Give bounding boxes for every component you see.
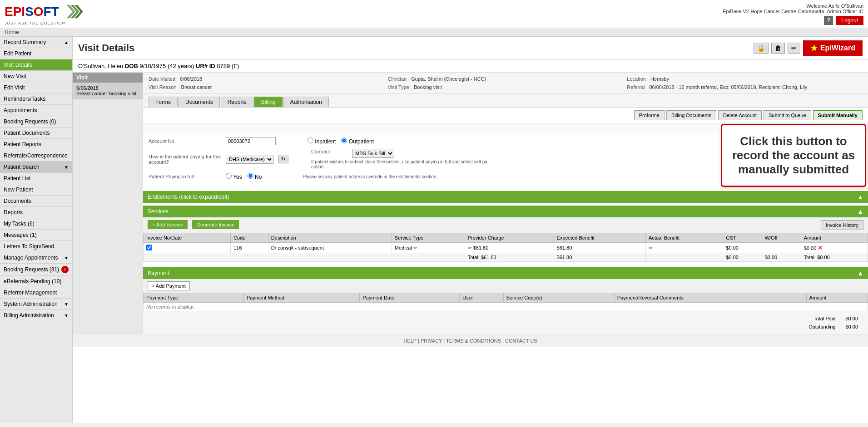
submit-to-queue-button[interactable]: Submit to Queue	[764, 110, 811, 120]
visit-content: Date Visited 6/06/2018 Visit Reason Brea…	[143, 73, 868, 334]
footer: HELP | PRIVACY | TERMS & CONDITIONS | CO…	[73, 334, 868, 347]
sidebar-item-my-tasks[interactable]: My Tasks (6)	[0, 218, 72, 230]
how-paying-select[interactable]: DHS (Medicare)	[226, 155, 273, 164]
account-no-input[interactable]	[226, 137, 276, 145]
terms-link[interactable]: TERMS & CONDITIONS	[446, 338, 501, 344]
submit-manually-button[interactable]: Submit Manually	[813, 110, 863, 120]
billing-documents-button[interactable]: Billing Documents	[666, 110, 716, 120]
tab-authorisation[interactable]: Authorisation	[283, 97, 329, 107]
tab-billing[interactable]: Billing	[254, 97, 283, 107]
badge-icon: !	[61, 266, 69, 273]
cell-invoice	[144, 243, 231, 253]
visit-item[interactable]: 6/06/2018 Breast cancer Booking visit	[73, 83, 143, 99]
sidebar-item-visit-details[interactable]: Visit Details	[0, 59, 72, 71]
sidebar-item-manage-appointments[interactable]: Manage Appointments ▼	[0, 252, 72, 264]
edit-button[interactable]: ✏	[788, 43, 800, 54]
contract-label: Contract	[311, 149, 347, 154]
cell-gst: $0.00	[723, 243, 762, 253]
delete-row-icon[interactable]: ✕	[818, 244, 823, 251]
epiwizard-button[interactable]: ★ EpiWizard	[803, 40, 863, 56]
delete-button[interactable]: 🗑	[771, 43, 785, 54]
services-table: Invoice No/Date Code Description Service…	[143, 233, 868, 262]
sidebar-item-ereferrals[interactable]: eReferrals Pending (10)	[0, 276, 72, 287]
entitlements-label: Entitlements (click to expand/edit)	[148, 194, 229, 200]
ur-label: UR#	[196, 63, 208, 69]
sidebar-item-patient-search[interactable]: Patient Search ▼	[0, 162, 72, 173]
yes-label[interactable]: Yes	[226, 173, 242, 180]
edit-actual-icon[interactable]: ✏	[649, 245, 653, 250]
generate-invoice-button[interactable]: Generate Invoice	[192, 220, 239, 229]
outpatient-label[interactable]: Outpatient	[341, 137, 374, 145]
contract-select[interactable]: MBS Bulk Bill	[352, 149, 394, 158]
sidebar-item-letters[interactable]: Letters To Sign/Send	[0, 241, 72, 252]
sidebar-item-system-admin[interactable]: System Administration ▼	[0, 299, 72, 310]
inpatient-label[interactable]: Inpatient	[308, 137, 336, 145]
invoice-history-button[interactable]: Invoice History	[821, 220, 863, 230]
services-header[interactable]: Services ▲	[143, 206, 868, 217]
sidebar-item-documents[interactable]: Documents	[0, 196, 72, 207]
tab-forms[interactable]: Forms	[149, 97, 178, 107]
sidebar-item-messages[interactable]: Messages (1)	[0, 230, 72, 241]
visit-details: Breast cancer Booking visit	[76, 91, 139, 96]
chevron-up-icon: ▲	[64, 40, 69, 45]
tab-reports[interactable]: Reports	[221, 97, 253, 107]
tab-documents[interactable]: Documents	[179, 97, 220, 107]
sidebar-item-patient-reports[interactable]: Patient Reports	[0, 139, 72, 150]
id-label: ID	[209, 63, 215, 69]
logout-button[interactable]: Logout	[836, 16, 863, 25]
contact-link[interactable]: CONTACT US	[505, 338, 537, 344]
no-label[interactable]: No	[248, 173, 262, 180]
sidebar-item-reports[interactable]: Reports	[0, 207, 72, 218]
privacy-link[interactable]: PRIVACY	[421, 338, 442, 344]
content-area: Visit Details 🔒 🗑 ✏ ★ EpiWizard O'Sulliv…	[73, 37, 868, 423]
sidebar-item-new-patient[interactable]: New Patient	[0, 184, 72, 196]
sidebar-item-referrals[interactable]: Referrals/Correspondence	[0, 150, 72, 162]
sidebar: Record Summary ▲ Edit Patient Visit Deta…	[0, 37, 73, 423]
sidebar-item-new-visit[interactable]: New Visit	[0, 71, 72, 82]
outstanding-label: Outstanding	[804, 323, 840, 330]
col-expected-benefit: Expected Benefit	[554, 233, 645, 243]
edit-charge-icon[interactable]: ✏	[468, 245, 472, 250]
logo: EPISOFT	[5, 5, 59, 19]
lock-button[interactable]: 🔒	[754, 43, 769, 54]
no-radio[interactable]	[248, 173, 253, 179]
sidebar-item-billing-admin[interactable]: Billing Administration ▼	[0, 310, 72, 321]
sidebar-item-referrer-management[interactable]: Referrer Management	[0, 287, 72, 299]
location-label: Location	[627, 76, 646, 82]
sidebar-item-edit-visit[interactable]: Edit Visit	[0, 82, 72, 93]
add-payment-button[interactable]: + Add Payment	[148, 281, 190, 290]
sidebar-item-record-summary[interactable]: Record Summary ▲	[0, 37, 72, 48]
yes-radio[interactable]	[226, 173, 232, 179]
tabs-bar: Forms Documents Reports Billing Authoris…	[143, 94, 868, 108]
sidebar-item-booking-requests[interactable]: Booking Requests (0)	[0, 116, 72, 128]
entitlements-toggle-icon: ▲	[857, 193, 863, 201]
payment-add-row: + Add Payment	[143, 279, 868, 293]
sidebar-item-appointments[interactable]: Appointments	[0, 105, 72, 116]
total-spacer	[144, 253, 465, 262]
entitlements-header[interactable]: Entitlements (click to expand/edit) ▲	[143, 191, 868, 203]
help-button[interactable]: ?	[824, 16, 833, 25]
sidebar-item-booking-requests-31[interactable]: Booking Requests (31) !	[0, 264, 72, 276]
help-link[interactable]: HELP	[403, 338, 417, 344]
sidebar-item-patient-documents[interactable]: Patient Documents	[0, 128, 72, 139]
sidebar-item-patient-list[interactable]: Patient List	[0, 173, 72, 184]
chevron-down-icon-4: ▼	[64, 313, 69, 318]
delete-account-button[interactable]: Delete Account	[718, 110, 762, 120]
payment-section: Payment ▲ + Add Payment Payment Type Pay…	[143, 267, 868, 334]
home-link[interactable]: Home	[5, 29, 19, 35]
total-gst: $0.00	[723, 253, 762, 262]
cell-actual-benefit: ✏	[646, 243, 723, 253]
edit-service-icon[interactable]: ✏	[413, 245, 417, 250]
row-checkbox[interactable]	[146, 245, 152, 250]
billing-actions-bar: Proforma Billing Documents Delete Accoun…	[143, 108, 868, 123]
refresh-button[interactable]: ↻	[278, 155, 288, 163]
payment-header[interactable]: Payment ▲	[143, 267, 868, 279]
cell-amount: $0.00 ✕	[801, 243, 868, 253]
add-service-button[interactable]: + Add Service	[148, 220, 188, 229]
col-payment-date: Payment Date	[360, 293, 460, 303]
sidebar-item-edit-patient[interactable]: Edit Patient	[0, 48, 72, 59]
sidebar-item-reminders[interactable]: Reminders/Tasks	[0, 93, 72, 105]
outpatient-radio[interactable]	[341, 137, 347, 143]
proforma-button[interactable]: Proforma	[634, 110, 665, 120]
inpatient-radio[interactable]	[308, 137, 313, 143]
